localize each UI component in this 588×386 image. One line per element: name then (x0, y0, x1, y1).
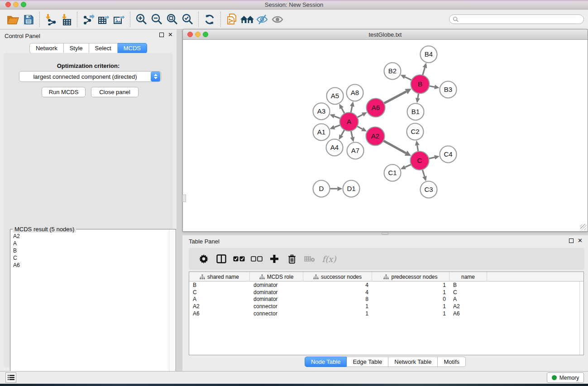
window-resize-grip[interactable] (580, 224, 587, 230)
close-table-panel-icon[interactable]: ✕ (578, 238, 583, 243)
splitter-grip[interactable] (382, 232, 388, 235)
zoom-out-button[interactable] (149, 12, 164, 27)
export-network-button[interactable] (81, 12, 96, 27)
show-columns-button[interactable] (212, 251, 230, 267)
graph-node-B[interactable]: B (411, 75, 430, 94)
delete-table-button[interactable] (301, 251, 318, 267)
function-builder-button[interactable]: f(x) (318, 251, 340, 267)
float-table-panel-icon[interactable] (569, 238, 574, 243)
graph-node-A[interactable]: A (340, 113, 359, 131)
refresh-view-button[interactable] (202, 12, 217, 27)
desktop-background (0, 384, 588, 386)
export-table-button[interactable] (96, 12, 111, 27)
unselect-all-columns-button[interactable] (248, 251, 265, 267)
graph-node-A1[interactable]: A1 (313, 124, 330, 141)
result-item[interactable]: A2 (13, 233, 169, 240)
zoom-in-button[interactable] (134, 12, 149, 27)
graph-node-B4[interactable]: B4 (421, 46, 437, 63)
network-snapshot-button[interactable] (224, 12, 239, 27)
tab-network[interactable]: Network (29, 43, 64, 53)
memory-status-icon (552, 375, 557, 380)
tab-edge-table[interactable]: Edge Table (347, 357, 388, 367)
run-mcds-button[interactable]: Run MCDS (42, 87, 86, 97)
graph-node-C1[interactable]: C1 (384, 165, 401, 181)
column-header-predecessor-nodes[interactable]: predecessor nodes (372, 272, 449, 281)
delete-columns-button[interactable] (283, 251, 301, 267)
tab-mcds[interactable]: MCDS (118, 43, 147, 53)
zoom-fit-button[interactable] (164, 12, 180, 27)
column-header-shared-name[interactable]: shared name (189, 272, 250, 281)
home-view-button[interactable] (239, 12, 255, 27)
show-graphics-button[interactable] (270, 12, 286, 27)
table-row[interactable]: A2connector11A2 (189, 303, 583, 310)
graph-node-D[interactable]: D (313, 181, 330, 197)
select-all-columns-button[interactable] (230, 251, 248, 267)
canvas-left-scrollbar[interactable] (182, 195, 186, 202)
graph-node-A4[interactable]: A4 (326, 139, 343, 156)
graph-node-B2[interactable]: B2 (384, 63, 401, 80)
table-row[interactable]: Cdominator41C (189, 289, 583, 296)
hide-graphics-button[interactable] (255, 12, 270, 27)
result-item[interactable]: C (13, 254, 169, 262)
search-box[interactable] (449, 14, 584, 24)
node-label: B3 (444, 86, 452, 93)
graph-node-C[interactable]: C (411, 152, 429, 170)
network-view-title: testGlobe.txt (183, 31, 588, 38)
network-window-titlebar[interactable]: testGlobe.txt (183, 29, 588, 40)
column-header-successor-nodes[interactable]: successor nodes (303, 272, 372, 281)
criterion-dropdown[interactable]: largest connected component (directed) (19, 71, 161, 82)
session-title: Session: New Session (0, 1, 588, 8)
eye-slash-icon (256, 14, 269, 25)
column-label: name (461, 274, 475, 280)
column-header-MCDS-role[interactable]: MCDS role (250, 272, 303, 281)
close-panel-button[interactable]: Close panel (91, 87, 139, 97)
table-row[interactable]: Adominator80A (189, 295, 583, 303)
graph-node-B1[interactable]: B1 (407, 104, 424, 120)
graph-node-A2[interactable]: A2 (366, 127, 385, 146)
tab-style[interactable]: Style (64, 43, 89, 53)
result-item[interactable]: A6 (13, 262, 169, 269)
close-panel-icon[interactable]: ✕ (168, 33, 173, 37)
tab-node-table[interactable]: Node Table (305, 357, 347, 367)
graph-node-A6[interactable]: A6 (367, 99, 385, 117)
table-row[interactable]: Bdominator41B (189, 281, 583, 289)
table-row[interactable]: A6connector11A6 (189, 310, 583, 317)
tab-motifs[interactable]: Motifs (438, 357, 466, 367)
graph-node-C3[interactable]: C3 (421, 181, 437, 198)
open-file-button[interactable] (5, 12, 21, 27)
graph-node-A8[interactable]: A8 (347, 85, 363, 101)
import-network-button[interactable] (43, 12, 58, 27)
network-canvas[interactable]: AA1A2A3A4A5A6A7A8BB1B2B3B4CC1C2C3C4DD1 (183, 40, 588, 231)
search-input[interactable] (459, 15, 583, 23)
export-image-button[interactable] (111, 12, 127, 27)
graph-node-D1[interactable]: D1 (343, 181, 360, 197)
graph-node-A3[interactable]: A3 (313, 103, 330, 120)
result-scrollbar[interactable] (169, 230, 175, 385)
show-panels-button[interactable] (5, 372, 16, 383)
refresh-icon (204, 14, 215, 25)
memory-button[interactable]: Memory (547, 372, 584, 383)
graph-node-A7[interactable]: A7 (347, 143, 364, 159)
table-options-button[interactable] (195, 251, 212, 267)
float-panel-icon[interactable] (159, 33, 164, 37)
result-item[interactable]: B (13, 247, 169, 254)
graph-node-A5[interactable]: A5 (327, 88, 344, 105)
add-column-button[interactable] (265, 251, 283, 267)
zoom-selected-button[interactable] (180, 12, 195, 27)
control-panel-title: Control Panel (5, 33, 40, 39)
node-label: C1 (388, 169, 397, 176)
graph-node-C4[interactable]: C4 (440, 146, 457, 163)
save-session-button[interactable] (21, 12, 36, 27)
graph-node-B3[interactable]: B3 (440, 81, 457, 98)
graph-node-C2[interactable]: C2 (407, 124, 424, 140)
mcds-result-list[interactable]: A2ABCA6 (11, 233, 169, 269)
result-item[interactable]: A (13, 240, 169, 247)
toolbar-separator (39, 12, 40, 27)
tab-select[interactable]: Select (89, 43, 118, 53)
tab-network-table[interactable]: Network Table (388, 357, 438, 367)
column-header-name[interactable]: name (449, 272, 487, 281)
table-scrollbar[interactable] (579, 281, 583, 355)
import-table-button[interactable] (58, 12, 74, 27)
node-label: A8 (351, 89, 359, 96)
gear-icon (199, 254, 209, 264)
